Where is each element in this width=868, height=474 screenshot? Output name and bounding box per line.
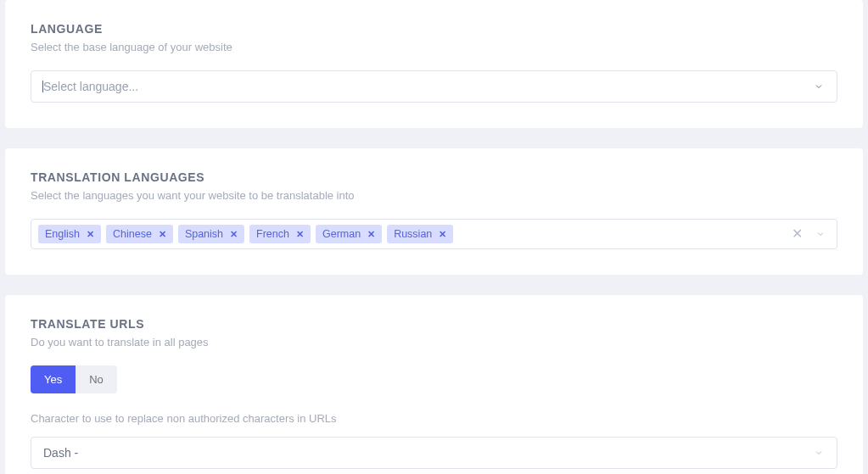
tag-label: German	[322, 228, 361, 240]
language-select-placeholder: Select language...	[43, 80, 138, 93]
language-desc: Select the base language of your website	[31, 41, 837, 53]
chevron-down-icon[interactable]	[815, 228, 826, 240]
tag-label: Chinese	[113, 228, 152, 240]
remove-tag-icon[interactable]: ✕	[367, 230, 375, 239]
language-tag[interactable]: French ✕	[249, 225, 311, 243]
translation-title: TRANSLATION LANGUAGES	[31, 170, 837, 184]
language-card: LANGUAGE Select the base language of you…	[5, 0, 863, 128]
language-tag[interactable]: English ✕	[38, 225, 101, 243]
tag-label: French	[256, 228, 289, 240]
remove-tag-icon[interactable]: ✕	[230, 230, 238, 239]
remove-tag-icon[interactable]: ✕	[159, 230, 166, 239]
translation-desc: Select the languages you want your websi…	[31, 189, 837, 202]
language-tag[interactable]: Spanish ✕	[178, 225, 244, 243]
language-tag[interactable]: German ✕	[316, 225, 382, 243]
language-tag[interactable]: Chinese ✕	[106, 225, 173, 243]
remove-tag-icon[interactable]: ✕	[296, 230, 304, 239]
translation-card: TRANSLATION LANGUAGES Select the languag…	[5, 148, 863, 275]
language-placeholder-text: Select language...	[43, 80, 138, 93]
text-cursor	[42, 81, 43, 92]
translate-urls-card: TRANSLATE URLS Do you want to translate …	[5, 295, 863, 474]
tag-label: Russian	[394, 228, 432, 240]
translation-tags: English ✕ Chinese ✕ Spanish ✕ French ✕ G…	[38, 225, 792, 243]
replacement-char-value: Dash -	[43, 446, 78, 460]
translate-toggle: Yes No	[31, 365, 117, 393]
language-select[interactable]: Select language...	[31, 70, 837, 103]
toggle-yes-button[interactable]: Yes	[31, 365, 76, 393]
chevron-down-icon	[813, 81, 825, 92]
replacement-char-label: Character to use to replace non authoriz…	[31, 412, 837, 425]
clear-all-icon[interactable]: ✕	[792, 227, 803, 241]
chevron-down-icon	[813, 447, 825, 459]
tag-label: Spanish	[185, 228, 223, 240]
tag-label: English	[45, 228, 80, 240]
language-title: LANGUAGE	[31, 22, 837, 36]
translation-multiselect[interactable]: English ✕ Chinese ✕ Spanish ✕ French ✕ G…	[31, 219, 837, 249]
replacement-char-select[interactable]: Dash -	[31, 437, 837, 469]
multiselect-actions: ✕	[792, 227, 830, 241]
urls-title: TRANSLATE URLS	[31, 317, 837, 331]
urls-desc: Do you want to translate in all pages	[31, 336, 837, 349]
remove-tag-icon[interactable]: ✕	[439, 230, 446, 239]
toggle-no-button[interactable]: No	[76, 365, 117, 393]
language-tag[interactable]: Russian ✕	[387, 225, 453, 243]
remove-tag-icon[interactable]: ✕	[87, 230, 94, 239]
